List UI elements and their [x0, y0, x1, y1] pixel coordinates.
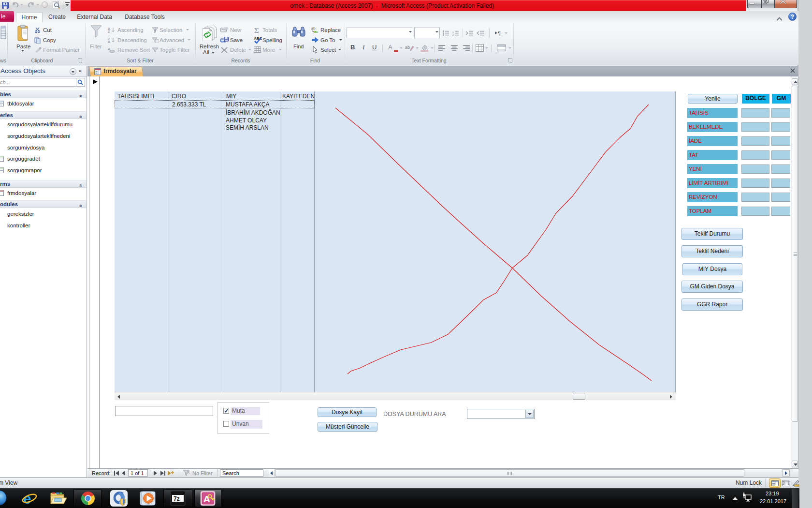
- svg-text:Z: Z: [108, 30, 110, 33]
- svg-text:A: A: [108, 47, 110, 51]
- svg-text:7z: 7z: [174, 495, 180, 502]
- svg-text:A: A: [203, 494, 210, 504]
- svg-text:ab: ab: [405, 45, 410, 50]
- svg-text:1: 1: [452, 30, 454, 33]
- svg-text:A: A: [108, 40, 110, 43]
- svg-text:2: 2: [452, 33, 454, 36]
- svg-text:¶: ¶: [498, 30, 501, 36]
- svg-text:ac: ac: [314, 30, 318, 33]
